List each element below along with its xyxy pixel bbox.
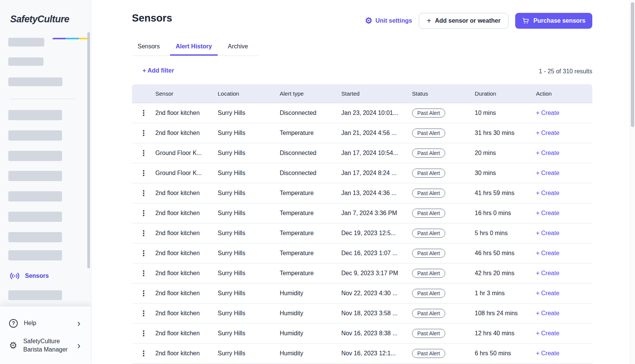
main-content: Sensors ⚙ Unit settings + Add sensor or … xyxy=(91,0,635,364)
create-link[interactable]: + Create xyxy=(536,210,559,216)
status-badge: Past Alert xyxy=(412,309,445,318)
row-started: Jan 13, 2024 4:36 ... xyxy=(341,190,412,197)
tab-alert-history[interactable]: Alert History xyxy=(170,39,218,56)
row-sensor: 2nd floor kitchen xyxy=(155,250,218,257)
row-started: Nov 16, 2023 8:38 ... xyxy=(341,330,412,337)
org-name-line1: SafetyCulture xyxy=(23,338,60,344)
row-action-cell: + Create xyxy=(536,310,592,317)
kebab-menu-icon[interactable] xyxy=(141,308,147,319)
help-label: Help xyxy=(24,319,77,327)
row-started: Dec 16, 2023 1:07 ... xyxy=(341,250,412,257)
kebab-menu-icon[interactable] xyxy=(141,148,147,158)
row-sensor: 2nd floor kitchen xyxy=(155,130,218,136)
create-link[interactable]: + Create xyxy=(536,130,559,136)
kebab-menu-icon[interactable] xyxy=(141,348,147,359)
sidebar-scrollbar[interactable] xyxy=(87,32,90,268)
table-row: 2nd floor kitchenSurry HillsHumidityNov … xyxy=(132,283,592,304)
create-link[interactable]: + Create xyxy=(536,310,559,316)
row-sensor: 2nd floor kitchen xyxy=(155,330,218,337)
row-location: Surry Hills xyxy=(218,230,280,237)
kebab-menu-icon[interactable] xyxy=(141,208,147,218)
add-filter-button[interactable]: + Add filter xyxy=(142,67,174,74)
status-badge: Past Alert xyxy=(412,229,445,238)
row-started: Nov 18, 2023 3:58 ... xyxy=(341,310,412,317)
kebab-menu-icon[interactable] xyxy=(141,288,147,299)
status-badge: Past Alert xyxy=(412,108,445,118)
tab-archive[interactable]: Archive xyxy=(222,39,254,56)
kebab-menu-icon[interactable] xyxy=(141,248,147,259)
create-link[interactable]: + Create xyxy=(536,150,559,156)
row-status-cell: Past Alert xyxy=(412,169,475,178)
kebab-menu-icon[interactable] xyxy=(141,168,147,178)
row-action-cell: + Create xyxy=(536,210,592,217)
row-location: Surry Hills xyxy=(218,110,280,116)
safetyculture-logo: SafetyCulture xyxy=(10,14,69,25)
kebab-menu-icon[interactable] xyxy=(141,268,147,279)
table-row: 2nd floor kitchenSurry HillsDisconnected… xyxy=(132,103,592,123)
org-switcher-item[interactable]: ⚙ SafetyCulture Barista Manager › xyxy=(0,335,91,356)
kebab-menu-icon[interactable] xyxy=(141,128,147,138)
purchase-sensors-button[interactable]: Purchase sensors xyxy=(515,13,592,29)
kebab-menu-icon[interactable] xyxy=(141,228,147,239)
row-duration: 46 hrs 50 mins xyxy=(475,250,536,257)
skeleton-bar xyxy=(8,77,62,86)
create-link[interactable]: + Create xyxy=(536,290,559,296)
row-sensor: 2nd floor kitchen xyxy=(155,210,218,217)
row-sensor: Ground Floor K... xyxy=(155,170,218,177)
row-status-cell: Past Alert xyxy=(412,349,475,358)
sensors-broadcast-icon xyxy=(10,272,20,280)
status-badge: Past Alert xyxy=(412,269,445,278)
column-header-duration: Duration xyxy=(475,90,536,97)
create-link[interactable]: + Create xyxy=(536,190,559,196)
row-started: Jan 21, 2024 4:56 ... xyxy=(341,130,412,136)
tab-bar: Sensors Alert History Archive xyxy=(132,39,258,56)
create-link[interactable]: + Create xyxy=(536,230,559,236)
status-badge: Past Alert xyxy=(412,349,445,358)
sidebar-item-sensors[interactable]: Sensors xyxy=(0,269,86,283)
row-alert-type: Humidity xyxy=(280,310,341,317)
row-action-cell: + Create xyxy=(536,110,592,116)
unit-settings-button[interactable]: ⚙ Unit settings xyxy=(365,17,412,25)
page-scrollbar-thumb[interactable] xyxy=(631,2,634,127)
row-status-cell: Past Alert xyxy=(412,229,475,238)
create-link[interactable]: + Create xyxy=(536,110,559,116)
kebab-menu-icon[interactable] xyxy=(141,108,147,118)
row-status-cell: Past Alert xyxy=(412,209,475,218)
status-badge: Past Alert xyxy=(412,249,445,258)
create-link[interactable]: + Create xyxy=(536,270,559,276)
status-badge: Past Alert xyxy=(412,169,445,178)
row-status-cell: Past Alert xyxy=(412,149,475,158)
row-alert-type: Temperature xyxy=(280,130,341,136)
help-menu-item[interactable]: ? Help › xyxy=(0,316,91,330)
row-status-cell: Past Alert xyxy=(412,269,475,278)
add-sensor-button[interactable]: + Add sensor or weather xyxy=(419,13,508,29)
gear-icon: ⚙ xyxy=(365,17,372,25)
row-alert-type: Temperature xyxy=(280,230,341,237)
row-action-cell: + Create xyxy=(536,170,592,177)
tab-sensors[interactable]: Sensors xyxy=(132,39,166,56)
skeleton-bar xyxy=(8,290,62,300)
row-duration: 1 hr 3 mins xyxy=(475,290,536,297)
row-alert-type: Temperature xyxy=(280,250,341,257)
skeleton-bar xyxy=(8,57,43,66)
column-header-alert-type: Alert type xyxy=(280,90,341,97)
row-duration: 6 hrs 50 mins xyxy=(475,350,536,357)
kebab-menu-icon[interactable] xyxy=(141,328,147,339)
row-alert-type: Disconnected xyxy=(280,170,341,177)
create-link[interactable]: + Create xyxy=(536,170,559,176)
create-link[interactable]: + Create xyxy=(536,250,559,256)
row-action-cell: + Create xyxy=(536,230,592,237)
chevron-right-icon: › xyxy=(77,319,81,327)
skeleton-bar xyxy=(8,232,62,242)
create-link[interactable]: + Create xyxy=(536,350,559,356)
kebab-menu-icon[interactable] xyxy=(141,188,147,198)
row-action-cell: + Create xyxy=(536,190,592,197)
row-duration: 30 mins xyxy=(475,170,536,177)
create-link[interactable]: + Create xyxy=(536,330,559,336)
row-started: Jan 23, 2024 10:01... xyxy=(341,110,412,116)
row-started: Dec 9, 2023 3:17 PM xyxy=(341,270,412,277)
sidebar-bottom-panel: ? Help › ⚙ SafetyCulture Barista Manager… xyxy=(0,306,91,364)
row-action-cell: + Create xyxy=(536,290,592,297)
row-sensor: 2nd floor kitchen xyxy=(155,110,218,116)
row-started: Dec 19, 2023 12:5... xyxy=(341,230,412,237)
